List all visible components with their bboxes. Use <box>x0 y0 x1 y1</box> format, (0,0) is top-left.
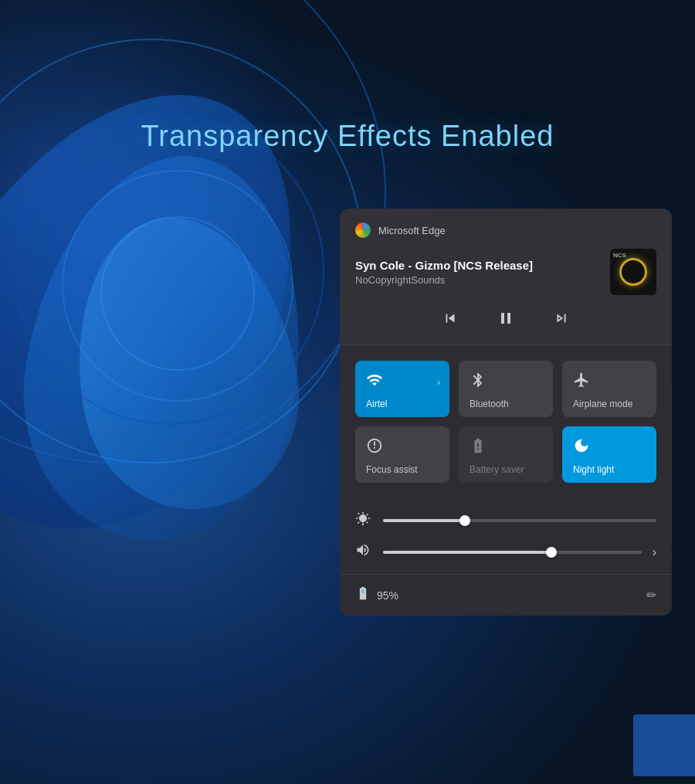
volume-fill <box>383 551 551 554</box>
bluetooth-button[interactable]: Bluetooth <box>459 361 553 417</box>
wifi-icon <box>366 372 383 392</box>
focus-label: Focus assist <box>366 464 418 475</box>
airplane-mode-button[interactable]: Airplane mode <box>562 361 656 417</box>
media-text: Syn Cole - Gizmo [NCS Release] NoCopyrig… <box>355 259 610 286</box>
qs-btn-top: › <box>366 372 440 392</box>
night-light-icon <box>573 437 590 458</box>
media-controls <box>355 306 656 331</box>
night-light-button[interactable]: Night light <box>562 426 656 483</box>
qs-btn-top <box>470 437 544 458</box>
qs-btn-top <box>366 437 440 458</box>
media-source-row: Microsoft Edge <box>355 222 656 238</box>
airplane-label: Airplane mode <box>573 399 632 409</box>
sliders-section: › <box>340 498 672 574</box>
bluetooth-label: Bluetooth <box>470 399 509 409</box>
qs-btn-top <box>573 372 647 392</box>
volume-chevron[interactable]: › <box>653 545 656 559</box>
media-track-artist: NoCopyrightSounds <box>355 274 610 286</box>
brightness-icon <box>355 511 372 530</box>
page-title-container: Transparency Effects Enabled <box>0 120 695 153</box>
battery-icon <box>355 585 371 605</box>
prev-button[interactable] <box>438 306 463 331</box>
qs-btn-top <box>573 437 647 458</box>
next-button[interactable] <box>549 306 574 331</box>
thumbnail-ring <box>619 258 647 286</box>
battery-left: 95% <box>355 585 398 605</box>
pause-button[interactable] <box>493 306 518 331</box>
focus-assist-button[interactable]: Focus assist <box>355 426 449 483</box>
swirl-decoration <box>100 216 255 371</box>
battery-percentage: 95% <box>377 589 398 602</box>
quick-settings-panel: Microsoft Edge Syn Cole - Gizmo [NCS Rel… <box>340 209 672 616</box>
focus-icon <box>366 437 383 458</box>
volume-icon <box>355 542 372 562</box>
wifi-button[interactable]: › Airtel <box>355 361 449 417</box>
qs-btn-top <box>470 372 544 392</box>
media-info-row: Syn Cole - Gizmo [NCS Release] NoCopyrig… <box>355 249 656 295</box>
media-source-name: Microsoft Edge <box>378 225 446 236</box>
battery-row: 95% ✏ <box>340 574 672 616</box>
brightness-thumb[interactable] <box>459 515 470 526</box>
brightness-slider-row <box>355 511 656 530</box>
edit-icon[interactable]: ✏ <box>646 588 656 602</box>
wifi-arrow: › <box>437 377 440 388</box>
media-track-title: Syn Cole - Gizmo [NCS Release] <box>355 259 610 272</box>
volume-slider-row: › <box>355 542 656 562</box>
battery-saver-icon <box>470 437 486 458</box>
wifi-label: Airtel <box>366 399 387 409</box>
edge-icon <box>355 222 371 238</box>
bluetooth-icon <box>470 372 486 392</box>
media-thumbnail: NCS <box>610 249 656 295</box>
thumbnail-label: NCS <box>613 252 626 259</box>
taskbar-preview <box>633 714 695 776</box>
brightness-fill <box>383 519 465 522</box>
volume-track[interactable] <box>383 551 642 554</box>
qs-grid: › Airtel Bluetooth <box>355 361 656 483</box>
media-player: Microsoft Edge Syn Cole - Gizmo [NCS Rel… <box>340 209 672 345</box>
qs-buttons-section: › Airtel Bluetooth <box>340 345 672 498</box>
battery-saver-button[interactable]: Battery saver <box>459 426 553 483</box>
airplane-icon <box>573 372 590 392</box>
brightness-track[interactable] <box>383 519 656 522</box>
battery-saver-label: Battery saver <box>470 464 524 475</box>
night-light-label: Night light <box>573 464 614 475</box>
volume-thumb[interactable] <box>546 547 557 558</box>
page-title: Transparency Effects Enabled <box>0 120 695 153</box>
